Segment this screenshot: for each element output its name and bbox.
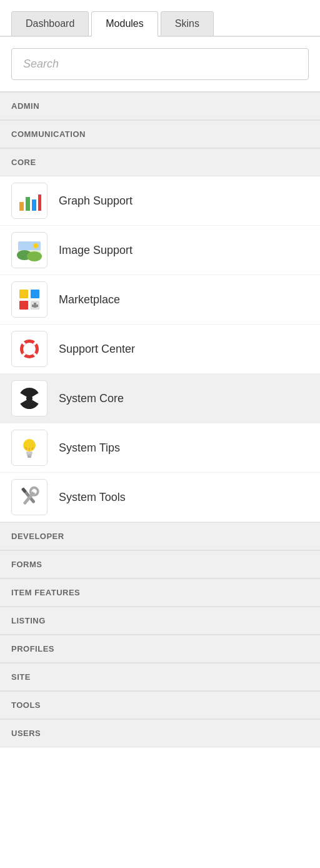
section-developer: DEVELOPER [0, 522, 320, 550]
tab-dashboard[interactable]: Dashboard [11, 11, 89, 36]
section-listing: LISTING [0, 607, 320, 635]
svg-rect-9 [19, 290, 28, 298]
section-core: CORE [0, 148, 320, 176]
section-site: SITE [0, 663, 320, 691]
svg-rect-3 [38, 194, 41, 211]
svg-rect-11 [19, 301, 28, 310]
svg-point-8 [27, 251, 42, 261]
module-support-center[interactable]: Support Center [0, 325, 320, 374]
section-forms: FORMS [0, 550, 320, 578]
svg-rect-1 [26, 197, 30, 211]
marketplace-icon [11, 281, 48, 318]
module-system-core[interactable]: System Core [0, 374, 320, 423]
svg-rect-24 [26, 452, 32, 454]
marketplace-label: Marketplace [59, 293, 120, 306]
support-center-label: Support Center [59, 343, 135, 356]
section-item-features: ITEM FEATURES [0, 578, 320, 607]
svg-rect-25 [27, 454, 32, 456]
tab-bar: Dashboard Modules Skins [0, 0, 320, 37]
tab-skins[interactable]: Skins [161, 11, 214, 36]
section-admin: ADMIN [0, 92, 320, 120]
system-core-label: System Core [59, 392, 124, 405]
module-image-support[interactable]: Image Support [0, 226, 320, 275]
module-system-tips[interactable]: System Tips [0, 423, 320, 473]
svg-rect-14 [32, 305, 38, 307]
graph-support-label: Graph Support [59, 194, 132, 208]
svg-rect-2 [32, 199, 36, 211]
search-input[interactable] [11, 48, 309, 80]
system-tips-label: System Tips [59, 442, 120, 455]
svg-rect-26 [28, 456, 31, 458]
support-center-icon [11, 331, 48, 367]
search-container [0, 37, 320, 92]
svg-point-6 [33, 243, 38, 248]
image-support-icon [11, 232, 48, 268]
image-support-label: Image Support [59, 244, 132, 257]
section-profiles: PROFILES [0, 635, 320, 663]
system-tools-icon [11, 479, 48, 515]
tab-modules[interactable]: Modules [91, 11, 158, 37]
svg-rect-0 [19, 202, 24, 211]
svg-rect-10 [31, 290, 39, 298]
module-system-tools[interactable]: System Tools [0, 473, 320, 522]
module-graph-support[interactable]: Graph Support [0, 176, 320, 226]
graph-support-icon [11, 183, 48, 219]
section-tools: TOOLS [0, 691, 320, 719]
system-tools-label: System Tools [59, 491, 126, 504]
system-core-icon [11, 380, 48, 416]
module-marketplace[interactable]: Marketplace [0, 275, 320, 325]
section-users: USERS [0, 719, 320, 747]
system-tips-icon [11, 430, 48, 466]
section-communication: COMMUNICATION [0, 120, 320, 148]
